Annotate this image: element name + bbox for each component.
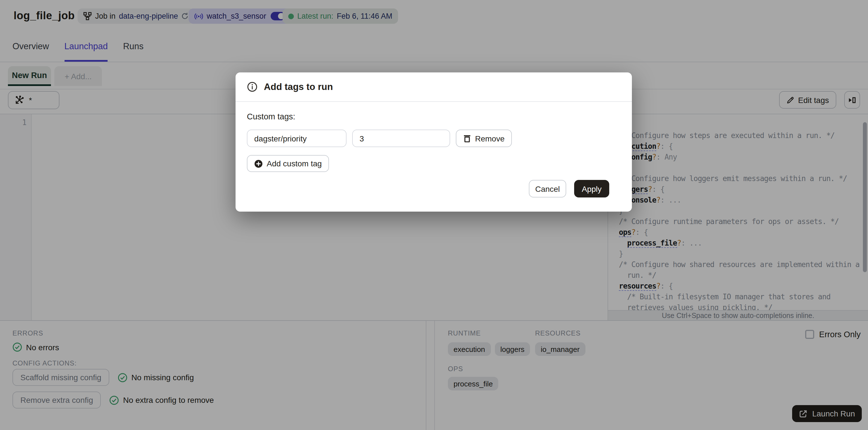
add-custom-tag-label: Add custom tag xyxy=(267,159,322,168)
modal-header: Add tags to run xyxy=(236,72,632,102)
plus-circle-icon xyxy=(254,159,263,168)
tag-value-input[interactable] xyxy=(352,130,450,147)
modal-title: Add tags to run xyxy=(264,81,333,92)
add-custom-tag-button[interactable]: Add custom tag xyxy=(247,155,329,172)
cancel-button[interactable]: Cancel xyxy=(529,180,566,197)
modal-overlay[interactable] xyxy=(0,0,868,430)
custom-tags-label: Custom tags: xyxy=(247,112,621,121)
modal-footer: Cancel Apply xyxy=(247,172,621,197)
dagster-launchpad-page: log_file_job Job in data-eng-pipeline xyxy=(0,0,868,430)
apply-button[interactable]: Apply xyxy=(574,180,609,197)
remove-tag-button[interactable]: Remove xyxy=(456,130,512,147)
info-icon xyxy=(247,81,258,92)
add-tags-modal: Add tags to run Custom tags: Remove xyxy=(236,72,632,211)
tag-key-input[interactable] xyxy=(247,130,346,147)
modal-body: Custom tags: Remove xyxy=(236,102,632,197)
tag-row: Remove xyxy=(247,130,621,147)
remove-label: Remove xyxy=(475,134,504,143)
trash-icon xyxy=(463,134,471,142)
